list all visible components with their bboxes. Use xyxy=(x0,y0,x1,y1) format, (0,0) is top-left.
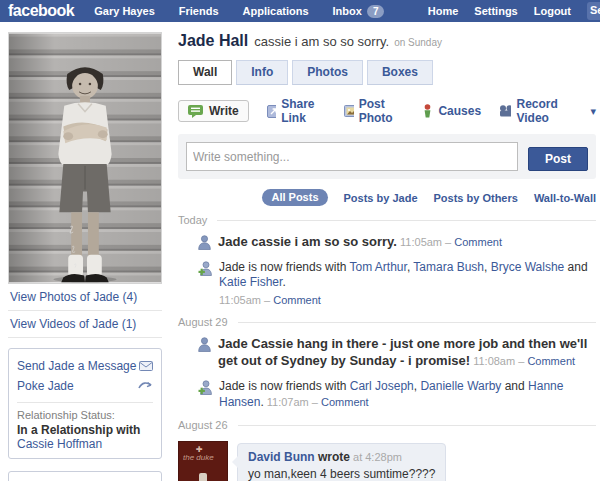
feed-section: August 26✚the dukeDavid Bunn wroteat 4:2… xyxy=(178,419,596,481)
poke-link[interactable]: Poke Jade xyxy=(17,379,74,393)
friend-story-post: Jade is now friends with Carl Joseph, Da… xyxy=(198,379,596,410)
send-message-row: Send Jade a Message xyxy=(17,356,153,376)
wall-post-message: yo man,keen 4 beers sumtime???? xyxy=(248,467,435,481)
friend-story-post: Jade is now friends with Tom Arthur, Tam… xyxy=(198,260,596,307)
comment-link[interactable]: Comment xyxy=(527,355,575,367)
feed-date-header: Today xyxy=(178,214,596,226)
share-link-icon xyxy=(267,105,276,118)
profile-header: Jade Hall cassie i am so so sorry. on Su… xyxy=(178,32,596,50)
relationship-status-value: In a Relationship with xyxy=(17,423,153,437)
poke-row: Poke Jade xyxy=(17,376,153,396)
facebook-logo[interactable]: facebook xyxy=(8,2,74,20)
tab-wall[interactable]: Wall xyxy=(178,60,232,85)
post-text: Jade is now friends with Tom Arthur, Tam… xyxy=(219,260,596,307)
nav-settings-link[interactable]: Settings xyxy=(474,5,517,17)
envelope-icon xyxy=(139,361,153,371)
post-photo-icon xyxy=(344,105,354,117)
wall-author-link[interactable]: David Bunn xyxy=(248,450,315,464)
wall-post-time: at 4:28pm xyxy=(353,451,402,463)
comment-link[interactable]: Comment xyxy=(273,294,321,306)
wall-verb: wrote xyxy=(315,450,350,464)
left-sidebar: View Photos of Jade (4) View Videos of J… xyxy=(8,32,162,481)
post-text: Jade cassie i am so so sorry. 11:05am – … xyxy=(218,234,502,251)
nav-logout-link[interactable]: Logout xyxy=(534,5,571,17)
friend-link[interactable]: Tom Arthur xyxy=(350,260,407,274)
main-column: Jade Hall cassie i am so so sorry. on Su… xyxy=(178,32,596,481)
friend-add-icon xyxy=(198,380,212,395)
post-text: Jade Cassie hang in there - just one mor… xyxy=(218,336,596,370)
status-composer: Post xyxy=(178,134,596,179)
profile-actions-box: Send Jade a Message Poke Jade Relationsh… xyxy=(8,348,162,459)
record-video-icon xyxy=(499,105,511,117)
post-meta: 11:05am – Comment xyxy=(397,236,502,248)
friend-link[interactable]: Tamara Bush xyxy=(413,260,484,274)
write-something-input[interactable] xyxy=(186,142,518,171)
tab-photos[interactable]: Photos xyxy=(292,60,363,85)
comment-link[interactable]: Comment xyxy=(454,236,502,248)
post-photo-button[interactable]: Post Photo xyxy=(344,97,405,125)
relationship-status-label: Relationship Status: xyxy=(17,409,153,421)
wall-filters: All Posts Posts by Jade Posts by Others … xyxy=(178,189,596,206)
record-video-button[interactable]: Record Video xyxy=(499,97,572,125)
divider xyxy=(17,402,153,403)
top-navbar: facebook Gary Hayes Friends Applications… xyxy=(0,0,600,22)
friend-link[interactable]: Bryce Walshe xyxy=(491,260,565,274)
friend-link[interactable]: Katie Fisher xyxy=(219,275,282,289)
feed-date-header: August 26 xyxy=(178,419,596,431)
status-post: Jade cassie i am so so sorry. 11:05am – … xyxy=(198,234,596,251)
friend-add-icon xyxy=(198,261,212,276)
wall-post-avatar[interactable]: ✚the duke xyxy=(178,441,228,481)
post-text: Jade is now friends with Carl Joseph, Da… xyxy=(219,379,596,410)
publisher-bar: Write Share Link Post Photo Causes xyxy=(178,97,596,125)
post-button[interactable]: Post xyxy=(528,147,588,171)
profile-status-text: cassie i am so so sorry. xyxy=(254,34,389,49)
mutual-friends-box: Mutual Friends 7 friends in common See A… xyxy=(8,471,162,481)
send-message-link[interactable]: Send Jade a Message xyxy=(17,359,136,373)
write-tab[interactable]: Write xyxy=(178,100,249,122)
nav-inbox-link[interactable]: Inbox xyxy=(333,5,362,17)
nav-profile-link[interactable]: Gary Hayes xyxy=(94,5,155,17)
view-videos-link[interactable]: View Videos of Jade (1) xyxy=(10,317,136,331)
feed-date-header: August 29 xyxy=(178,316,596,328)
filter-all-posts[interactable]: All Posts xyxy=(262,189,327,206)
view-videos-row: View Videos of Jade (1) xyxy=(8,311,162,338)
nav-friends-link[interactable]: Friends xyxy=(179,5,219,17)
status-post: Jade Cassie hang in there - just one mor… xyxy=(198,336,596,370)
feed-section: August 29Jade Cassie hang in there - jus… xyxy=(178,316,596,410)
avatar-caption: the duke xyxy=(183,453,214,462)
wall-post-bubble: David Bunn wroteat 4:28pmyo man,keen 4 b… xyxy=(237,443,446,481)
search-box-clipped[interactable]: Search xyxy=(587,2,600,20)
filter-posts-by-jade[interactable]: Posts by Jade xyxy=(344,192,418,204)
write-icon xyxy=(188,105,204,118)
poke-icon xyxy=(138,380,153,392)
feed: TodayJade cassie i am so so sorry. 11:05… xyxy=(178,214,596,481)
share-link-button[interactable]: Share Link xyxy=(267,97,326,125)
avatar-detail xyxy=(199,473,207,481)
facebook-profile-page: { "colors": { "fb_blue": "#3b5998", "sel… xyxy=(0,0,600,481)
status-person-icon xyxy=(198,235,211,250)
post-meta: 11:05am – Comment xyxy=(219,294,321,306)
inbox-count-badge: 7 xyxy=(367,5,385,18)
profile-status-time: on Sunday xyxy=(394,37,442,48)
nav-applications-link[interactable]: Applications xyxy=(243,5,309,17)
causes-icon xyxy=(422,104,433,118)
post-meta: 11:08am – Comment xyxy=(470,355,575,367)
tab-boxes[interactable]: Boxes xyxy=(367,60,433,85)
filter-wall-to-wall[interactable]: Wall-to-Wall xyxy=(534,192,596,204)
publisher-more-dropdown[interactable]: ▾ xyxy=(590,105,596,118)
friend-link[interactable]: Danielle Warby xyxy=(420,379,501,393)
view-photos-row: View Photos of Jade (4) xyxy=(8,284,162,311)
post-meta: 11:07am – Comment xyxy=(264,396,369,408)
relationship-partner-link[interactable]: Cassie Hoffman xyxy=(17,437,102,451)
tab-info[interactable]: Info xyxy=(236,60,288,85)
profile-tabs: Wall Info Photos Boxes xyxy=(178,60,596,85)
profile-photo[interactable] xyxy=(8,32,162,284)
nav-home-link[interactable]: Home xyxy=(428,5,459,17)
friend-link[interactable]: Carl Joseph xyxy=(350,379,414,393)
wall-post: ✚the dukeDavid Bunn wroteat 4:28pmyo man… xyxy=(178,441,596,481)
view-photos-link[interactable]: View Photos of Jade (4) xyxy=(10,290,137,304)
causes-button[interactable]: Causes xyxy=(422,104,481,118)
status-person-icon xyxy=(198,337,211,352)
comment-link[interactable]: Comment xyxy=(321,396,369,408)
filter-posts-by-others[interactable]: Posts by Others xyxy=(434,192,518,204)
